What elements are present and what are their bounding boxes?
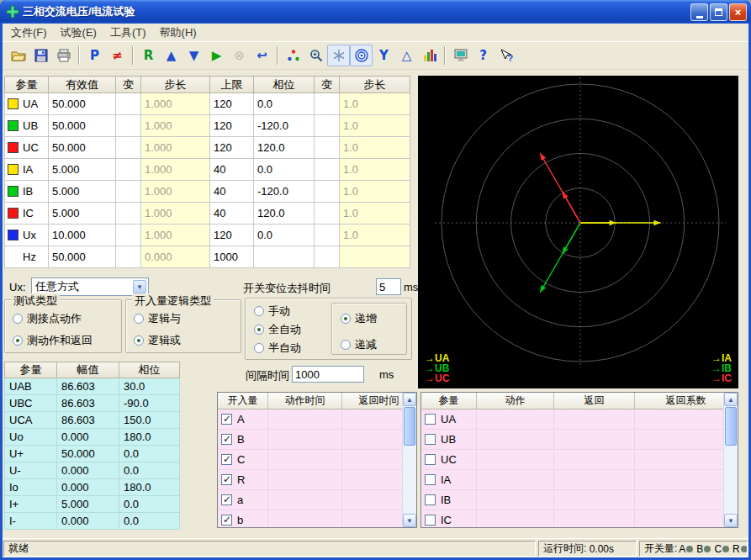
table-cell[interactable]: 50.000 xyxy=(49,93,116,115)
column-header[interactable]: 参量 xyxy=(5,77,49,93)
table-cell[interactable]: 1.0 xyxy=(340,115,410,137)
row-cell[interactable] xyxy=(554,450,635,469)
table-cell[interactable] xyxy=(315,181,340,203)
run-mode-option[interactable]: 手动 xyxy=(254,304,301,319)
step-dir-option[interactable]: 递减 xyxy=(341,337,377,352)
table-cell[interactable] xyxy=(315,203,340,225)
column-header[interactable]: 参量 xyxy=(5,362,57,378)
table-cell[interactable]: 1.000 xyxy=(141,159,210,181)
table-cell[interactable]: 1.0 xyxy=(340,137,410,159)
table-cell[interactable] xyxy=(315,93,340,115)
table-cell[interactable]: -120.0 xyxy=(254,181,315,203)
monitor-button[interactable] xyxy=(449,45,472,66)
table-cell[interactable] xyxy=(116,115,141,137)
table-cell[interactable]: 40 xyxy=(210,203,254,225)
r-reset-button[interactable]: R xyxy=(137,45,160,66)
table-cell[interactable]: 1.0 xyxy=(340,159,410,181)
row-checkbox[interactable] xyxy=(221,434,232,445)
column-header[interactable]: 返回系数 xyxy=(635,393,738,409)
save-button[interactable] xyxy=(29,45,52,66)
scroll-down-button[interactable]: ▼ xyxy=(403,514,416,527)
titlebar[interactable]: 三相交流电压/电流试验 × xyxy=(0,0,751,24)
menu-item-2[interactable]: 工具(T) xyxy=(103,24,153,42)
snowflake-button[interactable] xyxy=(327,45,350,66)
table-cell[interactable]: 120 xyxy=(210,137,254,159)
row-cell[interactable] xyxy=(477,430,554,449)
table-cell[interactable] xyxy=(116,159,141,181)
scroll-down-button[interactable]: ▼ xyxy=(724,514,738,527)
table-cell[interactable] xyxy=(254,246,315,268)
menu-item-3[interactable]: 帮助(H) xyxy=(153,24,204,42)
param-name-cell[interactable]: Ux xyxy=(5,225,49,246)
open-button[interactable] xyxy=(7,45,29,66)
param-name-cell[interactable]: IB xyxy=(5,181,49,203)
table-cell[interactable]: 1.000 xyxy=(141,93,210,115)
table-cell[interactable]: 50.000 xyxy=(49,115,116,137)
row-cell[interactable] xyxy=(477,450,554,469)
column-header[interactable]: 变 xyxy=(315,77,340,93)
column-header[interactable]: 有效值 xyxy=(49,77,116,93)
chevron-down-icon[interactable]: ▼ xyxy=(133,280,146,293)
table-cell[interactable]: 1.0 xyxy=(340,93,410,115)
column-header[interactable]: 动作 xyxy=(477,393,554,409)
column-header[interactable]: 返回 xyxy=(554,393,635,409)
row-checkbox[interactable] xyxy=(425,454,436,465)
column-header[interactable]: 动作时间 xyxy=(268,393,342,409)
column-header[interactable]: 开入量 xyxy=(218,393,268,409)
start-button[interactable]: ▶ xyxy=(205,45,228,66)
table-cell[interactable] xyxy=(116,246,141,268)
param-name-cell[interactable]: UA xyxy=(5,93,49,115)
row-cell[interactable] xyxy=(554,430,635,449)
table-cell[interactable]: 10.000 xyxy=(49,225,116,246)
row-cell[interactable] xyxy=(477,409,554,429)
table-cell[interactable]: 40 xyxy=(210,159,254,181)
param-name-cell[interactable]: UB xyxy=(5,115,49,137)
undo-button[interactable]: ↩ xyxy=(251,45,273,66)
column-header[interactable]: 上限 xyxy=(210,77,254,93)
column-header[interactable]: 变 xyxy=(116,77,141,93)
print-button[interactable] xyxy=(52,45,75,66)
row-cell[interactable] xyxy=(477,510,554,528)
run-mode-option[interactable]: 全自动 xyxy=(254,322,301,337)
run-mode-option[interactable]: 半自动 xyxy=(254,341,301,356)
vertical-scrollbar[interactable]: ▲▼ xyxy=(402,393,416,527)
zoom-button[interactable] xyxy=(304,45,327,66)
row-checkbox[interactable] xyxy=(221,515,232,526)
context-help-button[interactable]: ? xyxy=(494,45,517,66)
table-cell[interactable]: 40 xyxy=(210,181,254,203)
table-cell[interactable]: 1.000 xyxy=(141,225,210,246)
delta-button[interactable]: △ xyxy=(395,45,418,66)
table-cell[interactable]: 1.0 xyxy=(340,203,410,225)
table-cell[interactable]: 120 xyxy=(210,225,254,246)
table-cell[interactable]: 50.000 xyxy=(49,246,116,268)
row-cell[interactable] xyxy=(635,470,738,489)
table-cell[interactable]: 0.0 xyxy=(254,93,315,115)
row-cell[interactable] xyxy=(635,430,738,449)
table-cell[interactable]: 1.000 xyxy=(141,115,210,137)
table-cell[interactable]: 1.0 xyxy=(340,181,410,203)
close-button[interactable]: × xyxy=(729,3,747,21)
row-cell[interactable] xyxy=(635,450,738,469)
step-dir-option[interactable]: 递增 xyxy=(341,311,377,326)
param-name-cell[interactable]: UC xyxy=(5,137,49,159)
table-cell[interactable]: 120.0 xyxy=(254,203,315,225)
table-cell[interactable]: 0.0 xyxy=(254,159,315,181)
table-cell[interactable] xyxy=(116,203,141,225)
table-cell[interactable] xyxy=(116,93,141,115)
param-name-cell[interactable]: IA xyxy=(5,159,49,181)
debounce-input[interactable] xyxy=(376,278,401,295)
row-cell[interactable] xyxy=(635,490,738,510)
table-cell[interactable] xyxy=(315,246,340,268)
table-cell[interactable]: 5.000 xyxy=(49,181,116,203)
table-cell[interactable]: 0.000 xyxy=(141,246,210,268)
scroll-up-button[interactable]: ▲ xyxy=(724,393,738,406)
column-header[interactable]: 参量 xyxy=(421,393,477,409)
row-cell[interactable] xyxy=(635,409,738,429)
row-cell[interactable] xyxy=(268,510,342,528)
column-header[interactable]: 步长 xyxy=(141,77,210,93)
table-cell[interactable]: 120.0 xyxy=(254,137,315,159)
interval-input[interactable] xyxy=(292,366,364,383)
row-checkbox[interactable] xyxy=(425,494,436,505)
table-cell[interactable]: 1.0 xyxy=(340,225,410,246)
row-checkbox[interactable] xyxy=(425,515,436,526)
